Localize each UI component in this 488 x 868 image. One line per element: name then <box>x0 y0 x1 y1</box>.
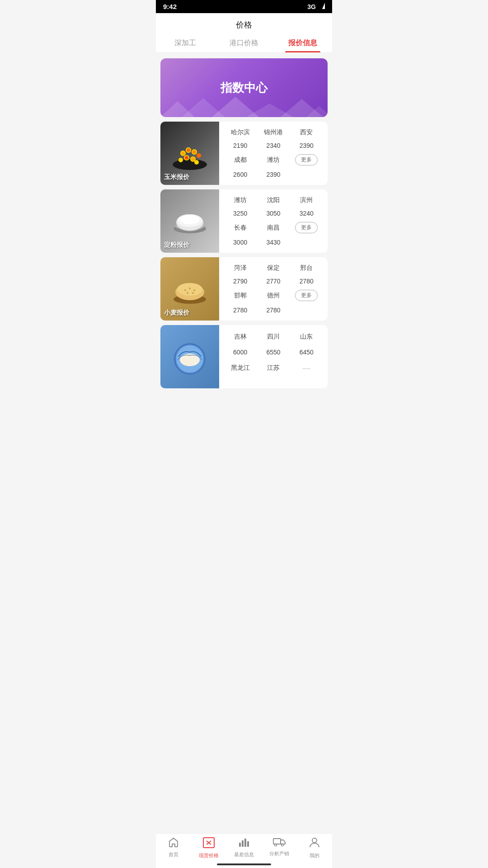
nav-basis[interactable]: 基差信息 <box>226 837 262 859</box>
tab-port-price[interactable]: 港口价格 <box>215 38 273 52</box>
corn-city-4: 潍坊 <box>257 156 290 164</box>
rice-price-card: 水稻报价 吉林 四川 山东 6000 6550 6450 黑龙江 江苏 — <box>160 325 328 388</box>
corn-card-label: 玉米报价 <box>164 173 189 181</box>
corn-city-3: 成都 <box>224 156 257 164</box>
starch-card-data: 潍坊 沈阳 滨州 3250 3050 3240 长春 南昌 更多 3000 34… <box>219 189 328 253</box>
svg-point-29 <box>189 288 191 289</box>
tabs-bar: 深加工 港口价格 报价信息 <box>156 34 332 53</box>
rice-city-0: 吉林 <box>224 333 257 341</box>
wheat-illustration <box>169 269 210 309</box>
wheat-card-data: 菏泽 保定 邢台 2790 2770 2780 邯郸 德州 更多 2780 27… <box>219 257 328 321</box>
rice-image-bg <box>160 325 219 388</box>
svg-point-47 <box>312 838 317 843</box>
svg-point-20 <box>194 160 199 165</box>
starch-city-3: 长春 <box>224 224 257 232</box>
content-area: 指数中心 <box>156 53 332 430</box>
svg-point-31 <box>187 292 188 294</box>
corn-card-image: 玉米报价 <box>160 122 219 185</box>
wheat-price-2: 2780 <box>290 278 323 285</box>
svg-rect-41 <box>242 840 244 847</box>
nav-price[interactable]: 现货价格 <box>191 837 226 859</box>
status-right: 3G <box>307 3 325 10</box>
bottom-nav: 首页 现货价格 基差信息 <box>156 833 332 868</box>
wheat-price-4: 2780 <box>257 307 290 314</box>
nav-mine[interactable]: 我的 <box>297 837 332 859</box>
svg-point-32 <box>192 292 194 294</box>
starch-card-label: 淀粉报价 <box>164 241 189 249</box>
wheat-card-label: 小麦报价 <box>164 309 189 317</box>
starch-price-3: 3000 <box>224 239 257 246</box>
corn-illustration <box>169 133 210 174</box>
starch-price-1: 3050 <box>257 210 290 217</box>
banner[interactable]: 指数中心 <box>160 58 328 117</box>
truck-icon <box>273 837 286 849</box>
corn-more-btn[interactable]: 更多 <box>290 154 323 165</box>
starch-price-card: 淀粉报价 潍坊 沈阳 滨州 3250 3050 3240 长春 南昌 更多 30… <box>160 189 328 253</box>
rice-price-0: 6000 <box>224 349 257 356</box>
svg-point-24 <box>180 215 200 224</box>
price-icon <box>203 837 215 851</box>
wheat-price-card: 小麦报价 菏泽 保定 邢台 2790 2770 2780 邯郸 德州 更多 27… <box>160 257 328 321</box>
home-indicator <box>217 863 271 865</box>
svg-rect-44 <box>273 839 281 844</box>
starch-more-btn[interactable]: 更多 <box>290 222 323 233</box>
starch-city-1: 沈阳 <box>257 196 290 204</box>
starch-price-2: 3240 <box>290 210 323 217</box>
starch-city-2: 滨州 <box>290 196 323 204</box>
svg-marker-0 <box>322 3 325 9</box>
svg-point-11 <box>187 148 190 152</box>
rice-card-image: 水稻报价 <box>160 325 219 388</box>
wheat-price-3: 2780 <box>224 307 257 314</box>
wheat-card-image: 小麦报价 <box>160 257 219 321</box>
svg-rect-43 <box>247 841 249 847</box>
starch-illustration <box>169 201 210 241</box>
starch-city-4: 南昌 <box>257 224 290 232</box>
starch-card-image: 淀粉报价 <box>160 189 219 253</box>
svg-point-7 <box>173 159 207 170</box>
rice-city-1: 四川 <box>257 333 290 341</box>
svg-point-19 <box>197 153 201 158</box>
svg-rect-42 <box>244 839 246 847</box>
banner-title: 指数中心 <box>221 80 267 96</box>
svg-point-46 <box>282 844 284 846</box>
svg-point-13 <box>192 150 196 154</box>
wheat-city-4: 德州 <box>257 292 290 300</box>
corn-price-4: 2390 <box>257 171 290 178</box>
corn-city-0: 哈尔滨 <box>224 128 257 137</box>
wheat-city-0: 菏泽 <box>224 264 257 272</box>
svg-point-18 <box>178 158 183 162</box>
network-label: 3G <box>307 3 316 10</box>
user-icon <box>310 837 319 851</box>
svg-point-30 <box>193 289 195 291</box>
tab-quote-info[interactable]: 报价信息 <box>273 38 332 52</box>
rice-price-2: 6450 <box>290 349 323 356</box>
nav-basis-label: 基差信息 <box>234 851 254 858</box>
signal-icon <box>318 3 325 10</box>
rice-city-4: 江苏 <box>257 364 290 372</box>
rice-city-3: 黑龙江 <box>224 364 257 372</box>
svg-point-15 <box>185 156 188 160</box>
rice-card-data: 吉林 四川 山东 6000 6550 6450 黑龙江 江苏 — <box>219 325 328 388</box>
rice-price-1: 6550 <box>257 349 290 356</box>
tab-deep-processing[interactable]: 深加工 <box>156 38 215 52</box>
rice-illustration <box>169 336 210 377</box>
nav-mine-label: 我的 <box>310 852 319 859</box>
starch-city-0: 潍坊 <box>224 196 257 204</box>
nav-analysis[interactable]: 分析产销 <box>262 837 297 859</box>
wheat-price-1: 2770 <box>257 278 290 285</box>
svg-point-17 <box>191 157 195 161</box>
corn-card-data: 哈尔滨 锦州港 西安 2190 2340 2390 成都 潍坊 更多 2600 … <box>219 122 328 185</box>
corn-price-0: 2190 <box>224 142 257 149</box>
nav-home[interactable]: 首页 <box>156 837 191 859</box>
svg-point-9 <box>181 151 185 155</box>
nav-price-label: 现货价格 <box>199 852 219 859</box>
corn-price-1: 2340 <box>257 142 290 149</box>
wheat-city-2: 邢台 <box>290 264 323 272</box>
page-header: 价格 <box>156 13 332 34</box>
corn-price-3: 2600 <box>224 171 257 178</box>
svg-rect-40 <box>239 843 241 847</box>
home-icon <box>168 837 179 850</box>
wheat-more-btn[interactable]: 更多 <box>290 290 323 301</box>
status-bar: 9:42 3G <box>156 0 332 13</box>
corn-price-card: 玉米报价 哈尔滨 锦州港 西安 2190 2340 2390 成都 潍坊 更多 … <box>160 122 328 185</box>
